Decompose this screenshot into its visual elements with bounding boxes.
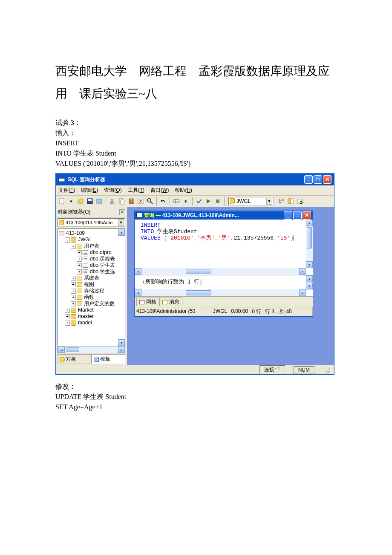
scroll-right-button[interactable]: ▸ — [299, 289, 306, 296]
scroll-up-button[interactable]: ▴ — [306, 275, 313, 282]
object-search-icon[interactable] — [296, 197, 304, 205]
folder-icon — [77, 276, 82, 280]
insert-template-button[interactable] — [95, 197, 104, 205]
dropdown-icon[interactable]: ▾ — [67, 197, 75, 205]
maximize-button[interactable]: □ — [314, 175, 322, 184]
svg-rect-2 — [60, 199, 64, 204]
parse-button[interactable] — [195, 197, 203, 205]
close-button[interactable]: ✕ — [323, 175, 331, 184]
expand-icon[interactable]: + — [65, 308, 70, 313]
collapse-icon[interactable]: - — [65, 237, 70, 243]
expand-icon[interactable]: + — [65, 314, 70, 319]
horizontal-scrollbar[interactable]: ◂ ▸ — [58, 346, 125, 353]
menu-tools[interactable]: 工具(T) — [128, 187, 144, 194]
estimated-plan-button[interactable] — [277, 197, 285, 205]
copy-button[interactable] — [118, 197, 126, 205]
tree-db-node[interactable]: Market — [78, 307, 94, 313]
horizontal-scrollbar[interactable]: ◂ ▸ — [135, 268, 306, 275]
scrollbar-thumb[interactable] — [66, 347, 79, 352]
tree-table-node[interactable]: dbo.课程表 — [90, 256, 115, 262]
object-browser-toggle[interactable] — [286, 197, 295, 205]
scroll-up-button[interactable]: ▴ — [306, 220, 313, 226]
vertical-scrollbar[interactable]: ▴ ▾ — [306, 220, 313, 268]
expand-icon[interactable]: + — [77, 263, 82, 268]
tree-folder-node[interactable]: 存储过程 — [84, 288, 104, 294]
scroll-right-button[interactable]: ▸ — [299, 268, 306, 275]
sql-editor[interactable]: INSERT INTO 学生表Student VALUES ('201010',… — [135, 220, 313, 275]
horizontal-scrollbar[interactable]: ◂ ▸ — [135, 289, 306, 296]
scrollbar-thumb[interactable] — [186, 269, 211, 274]
menu-edit[interactable]: 编辑(E) — [81, 187, 98, 194]
clear-window-button[interactable] — [136, 197, 145, 205]
minimize-button[interactable]: _ — [304, 175, 313, 184]
execute-mode-button[interactable] — [172, 197, 181, 205]
scroll-left-button[interactable]: ◂ — [135, 268, 141, 275]
cancel-execute-button[interactable] — [213, 197, 222, 205]
scrollbar-thumb[interactable] — [307, 227, 312, 249]
titlebar[interactable]: SQL 查询分析器 _ □ ✕ — [56, 173, 334, 185]
results-pane[interactable]: （所影响的行数为 1 行） ▴ ▾ ◂ ▸ — [135, 275, 313, 296]
menu-window[interactable]: 窗口(W) — [150, 187, 169, 194]
folder-icon — [77, 295, 82, 300]
maximize-button[interactable]: □ — [293, 211, 302, 220]
tree-table-node[interactable]: dbo.学生表 — [90, 262, 115, 269]
menu-query[interactable]: 查询(Q) — [104, 187, 121, 194]
tree-table-node[interactable]: dbo.学生选 — [90, 269, 115, 275]
expand-icon[interactable]: + — [65, 321, 70, 326]
database-icon — [71, 321, 76, 326]
expand-icon[interactable]: + — [71, 295, 76, 300]
dropdown-icon[interactable]: ▾ — [182, 197, 190, 205]
expand-icon[interactable]: + — [71, 282, 76, 287]
object-tree[interactable]: 413-109 -JWGL -用户表 +dbo.dtpro +dbo.课程表 +… — [58, 229, 118, 346]
scroll-left-button[interactable]: ◂ — [58, 347, 65, 353]
open-button[interactable] — [76, 197, 85, 205]
new-query-button[interactable] — [58, 197, 66, 205]
close-button[interactable]: ✕ — [303, 211, 311, 220]
tree-folder-node[interactable]: 用户表 — [84, 243, 99, 249]
paste-button[interactable] — [127, 197, 135, 205]
panel-close-button[interactable]: ✕ — [119, 209, 125, 215]
resize-grip-icon[interactable] — [323, 367, 330, 373]
execute-button[interactable] — [204, 197, 213, 205]
tree-folder-node[interactable]: 函数 — [84, 294, 94, 301]
vertical-scrollbar[interactable]: ▴ ▾ — [306, 275, 313, 289]
dropdown-icon[interactable]: ▼ — [266, 198, 272, 205]
menu-help[interactable]: 帮助(H) — [175, 187, 192, 194]
tree-db-node[interactable]: master — [78, 313, 94, 320]
query-window-titlebar[interactable]: 查询 — 413-109.JWGL.413-109\Admin... _ □ ✕ — [135, 211, 313, 220]
scroll-down-button[interactable]: ▾ — [306, 261, 313, 268]
database-combo[interactable]: JWGL ▼ — [228, 197, 274, 205]
minimize-button[interactable]: _ — [284, 211, 292, 220]
expand-icon[interactable]: + — [77, 250, 82, 255]
scroll-up-button[interactable]: ▴ — [118, 229, 125, 236]
scroll-right-button[interactable]: ▸ — [118, 347, 125, 353]
scroll-down-button[interactable]: ▾ — [306, 283, 313, 289]
expand-icon[interactable]: + — [71, 301, 76, 306]
collapse-icon[interactable]: - — [71, 244, 76, 249]
scroll-down-button[interactable]: ▾ — [118, 339, 125, 346]
tab-messages[interactable]: 消息 — [159, 298, 182, 306]
tree-table-node[interactable]: dbo.dtpro — [90, 249, 112, 256]
find-button[interactable] — [146, 197, 154, 205]
expand-icon[interactable]: + — [71, 289, 76, 294]
tree-folder-node[interactable]: 用户定义的数 — [84, 301, 115, 307]
expand-icon[interactable]: + — [71, 276, 76, 281]
tab-objects[interactable]: 对象 — [58, 354, 92, 364]
undo-button[interactable] — [159, 197, 167, 205]
dropdown-icon[interactable]: ▼ — [118, 219, 124, 226]
tree-server-node[interactable]: 413-109 — [66, 230, 85, 237]
scrollbar-thumb[interactable] — [186, 290, 211, 295]
menu-file[interactable]: 文件(F) — [58, 187, 75, 194]
scroll-left-button[interactable]: ◂ — [135, 289, 141, 296]
server-combo[interactable]: 413-109(413-109\Adm ▼ — [58, 218, 125, 227]
tree-db-node[interactable]: model — [78, 320, 92, 326]
tab-templates[interactable]: 模板 — [92, 354, 126, 364]
tree-db-node[interactable]: JWGL — [78, 237, 92, 243]
tree-folder-node[interactable]: 视图 — [84, 281, 94, 288]
save-button[interactable] — [86, 197, 94, 205]
tab-grid[interactable]: 网格 — [136, 298, 159, 306]
cut-button[interactable] — [108, 197, 117, 205]
tree-folder-node[interactable]: 系统表 — [84, 275, 99, 281]
expand-icon[interactable]: + — [77, 269, 82, 275]
expand-icon[interactable]: + — [77, 257, 82, 262]
